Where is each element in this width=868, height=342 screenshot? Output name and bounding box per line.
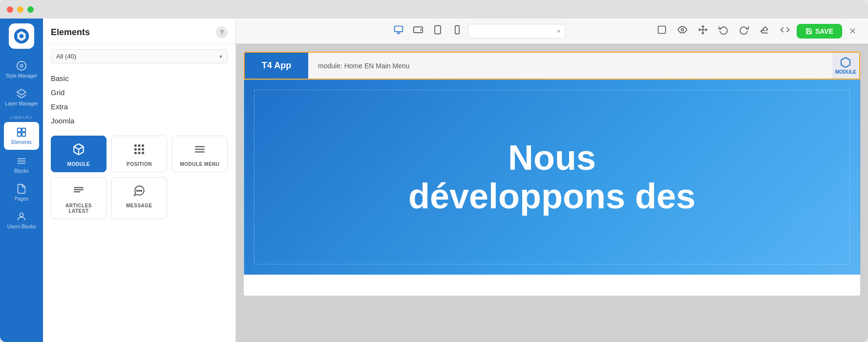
message-label: MESSAGE — [126, 203, 152, 208]
svg-point-16 — [135, 148, 136, 150]
top-toolbar: ▾ — [236, 19, 868, 44]
element-module-menu[interactable]: MODULE MENU — [172, 136, 228, 172]
svg-rect-31 — [395, 26, 403, 32]
category-basic[interactable]: Basic — [51, 72, 228, 84]
url-bar[interactable]: ▾ — [468, 24, 566, 39]
url-bar-chevron-icon: ▾ — [557, 28, 560, 35]
library-section-label: LIBRARY — [10, 111, 32, 121]
category-joomla[interactable]: Joomla — [51, 115, 228, 127]
code-button[interactable] — [776, 22, 794, 40]
svg-point-13 — [135, 145, 136, 146]
sidebar-item-elements[interactable]: Elements — [4, 122, 39, 150]
articles-latest-icon — [72, 184, 85, 200]
move-button[interactable] — [694, 22, 712, 40]
users-blocks-label: Users Blocks — [7, 224, 36, 229]
tablet-icon — [433, 25, 443, 35]
canvas-scroll[interactable]: T4 App module: Home EN Main Menu — [236, 44, 868, 342]
filter-value: All (40) — [56, 53, 219, 60]
svg-point-17 — [138, 148, 140, 150]
tablet-landscape-icon — [413, 25, 423, 35]
eraser-icon — [760, 25, 769, 35]
minimize-traffic-light[interactable] — [17, 6, 23, 13]
svg-point-1 — [20, 34, 24, 39]
svg-rect-7 — [22, 133, 25, 136]
element-articles-latest[interactable]: ARTICLES LATEST — [51, 177, 106, 219]
elements-panel: Elements ? All (40) ▾ Basic Grid Extra J… — [43, 19, 236, 342]
logo-icon — [13, 28, 30, 44]
preview-hero: Nous développons des — [244, 80, 860, 275]
svg-point-2 — [20, 64, 23, 67]
elements-icon — [16, 127, 27, 138]
preview-nav-cell[interactable]: module: Home EN Main Menu — [308, 53, 832, 79]
undo-icon — [719, 25, 728, 35]
toolbar-right: SAVE ✕ — [653, 22, 860, 40]
menu-lines-icon — [193, 143, 206, 156]
help-button[interactable]: ? — [216, 26, 228, 38]
svg-point-11 — [20, 213, 23, 217]
device-desktop-button[interactable] — [390, 22, 407, 40]
device-mobile-button[interactable] — [448, 22, 466, 40]
preview-button[interactable] — [674, 22, 691, 40]
sidebar-item-style-manager[interactable]: Style Manager — [0, 56, 43, 83]
category-grid[interactable]: Grid — [51, 86, 228, 99]
module-sidebar-button[interactable]: MODULE — [832, 53, 859, 79]
svg-point-20 — [138, 152, 140, 154]
close-button[interactable]: ✕ — [845, 24, 860, 39]
element-position[interactable]: POSITION — [111, 136, 167, 172]
position-icon — [133, 143, 146, 159]
device-tablet-button[interactable] — [429, 22, 446, 40]
element-module[interactable]: MODULE — [51, 136, 106, 172]
preview-logo-cell[interactable]: T4 App — [245, 53, 308, 79]
preview-logo-text: T4 App — [262, 60, 291, 71]
svg-point-15 — [142, 145, 144, 146]
hero-inner: Nous développons des — [254, 90, 850, 264]
users-blocks-icon — [16, 211, 27, 222]
toggle-view-button[interactable] — [653, 22, 671, 40]
sidebar-item-blocks[interactable]: Blocks — [0, 151, 43, 179]
svg-point-21 — [142, 152, 144, 154]
save-label: SAVE — [815, 27, 833, 35]
clear-button[interactable] — [756, 22, 773, 40]
code-icon — [780, 25, 790, 35]
svg-point-30 — [141, 190, 142, 191]
position-label: POSITION — [127, 161, 152, 167]
close-traffic-light[interactable] — [7, 6, 13, 13]
preview-nav-text: module: Home EN Main Menu — [318, 62, 410, 70]
style-manager-label: Style Manager — [6, 73, 37, 79]
module-icon — [72, 143, 85, 159]
category-extra[interactable]: Extra — [51, 101, 228, 113]
preview-module-cell[interactable]: MODULE — [832, 53, 859, 79]
blocks-label: Blocks — [14, 168, 28, 174]
module-menu-icon — [193, 143, 206, 159]
sidebar-item-users-blocks[interactable]: Users Blocks — [0, 206, 43, 234]
element-message[interactable]: MESSAGE — [111, 177, 167, 219]
hero-text-line1: Nous développons des — [408, 139, 696, 216]
sidebar-item-pages[interactable]: Pages — [0, 179, 43, 206]
redo-button[interactable] — [735, 22, 753, 40]
svg-point-41 — [681, 29, 683, 31]
panel-title: Elements — [51, 27, 90, 38]
filter-bar[interactable]: All (40) ▾ — [51, 49, 228, 63]
pages-icon — [16, 183, 27, 194]
message-circle-icon — [133, 184, 146, 197]
maximize-traffic-light[interactable] — [27, 6, 34, 13]
square-outline-icon — [657, 25, 667, 35]
eye-icon — [677, 25, 687, 35]
cube-icon — [72, 143, 85, 156]
svg-point-29 — [137, 190, 138, 191]
chevron-down-icon: ▾ — [219, 53, 222, 60]
device-tablet-landscape-button[interactable] — [409, 22, 427, 40]
save-button[interactable]: SAVE — [797, 24, 842, 39]
layer-manager-icon — [16, 88, 27, 99]
module-sidebar-label: MODULE — [835, 69, 856, 75]
blocks-icon — [16, 156, 27, 166]
undo-button[interactable] — [715, 22, 732, 40]
module-label: MODULE — [67, 161, 90, 167]
page-preview: T4 App module: Home EN Main Menu — [244, 52, 860, 296]
toolbar-center: ▾ — [390, 22, 566, 40]
logo[interactable] — [9, 23, 34, 49]
sidebar-item-layer-manager[interactable]: Layer Manager — [0, 83, 43, 111]
message-icon — [133, 184, 146, 200]
canvas-area: T4 App module: Home EN Main Menu — [236, 44, 868, 342]
elements-label: Elements — [11, 140, 32, 145]
